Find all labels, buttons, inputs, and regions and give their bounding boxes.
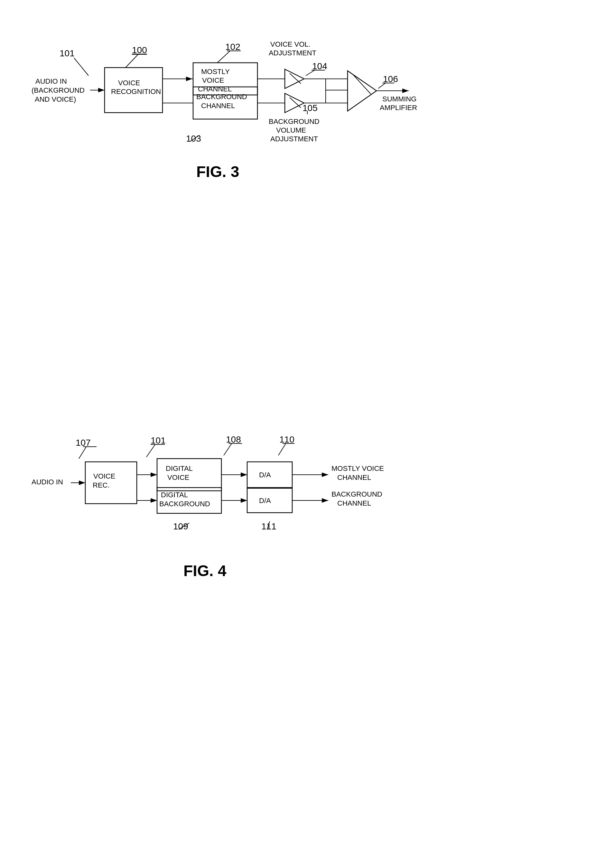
bg-channel-fig4-text1: BACKGROUND bbox=[331, 490, 382, 498]
digital-voice-text1: DIGITAL bbox=[166, 464, 193, 473]
page: 101 AUDIO IN (BACKGROUND AND VOICE) 100 … bbox=[0, 0, 615, 868]
svg-line-11 bbox=[290, 73, 301, 84]
ref-106-label: 106 bbox=[383, 74, 398, 84]
fig4-diagram: 107 AUDIO IN VOICE REC. 101 108 DIGITAL … bbox=[26, 412, 589, 637]
fig3-diagram: 101 AUDIO IN (BACKGROUND AND VOICE) 100 … bbox=[26, 19, 589, 219]
bg-channel-fig4-text2: CHANNEL bbox=[337, 499, 371, 507]
svg-line-3 bbox=[125, 54, 138, 67]
audio-in-label3: AND VOICE) bbox=[35, 95, 76, 103]
svg-line-17 bbox=[290, 97, 301, 108]
da-bottom-text: D/A bbox=[259, 496, 271, 505]
svg-line-9 bbox=[306, 70, 315, 76]
audio-in-fig4: AUDIO IN bbox=[31, 478, 63, 486]
audio-in-label: AUDIO IN bbox=[35, 77, 67, 85]
voice-rec-text2: RECOGNITION bbox=[111, 87, 161, 95]
mostly-voice-text2: VOICE bbox=[202, 76, 224, 84]
svg-line-5 bbox=[217, 51, 230, 63]
digital-voice-text2: VOICE bbox=[167, 473, 189, 481]
svg-line-30 bbox=[378, 83, 386, 89]
digital-bg-text2: BACKGROUND bbox=[159, 500, 210, 508]
summing-amp-text1: SUMMING bbox=[382, 95, 417, 103]
voice-vol-text1: VOICE VOL. bbox=[270, 40, 311, 48]
mostly-voice-text1: MOSTLY bbox=[201, 67, 230, 76]
voice-rec-text1-fig4: VOICE bbox=[93, 472, 115, 480]
ref-104-label: 104 bbox=[312, 61, 327, 71]
voice-amp-triangle bbox=[285, 69, 304, 89]
bg-amp-triangle bbox=[285, 93, 304, 112]
ref-111-label: 111 bbox=[261, 521, 276, 531]
mostly-voice-channel-fig4: MOSTLY VOICE bbox=[331, 464, 384, 473]
bg-channel-text2: CHANNEL bbox=[201, 102, 235, 110]
voice-vol-text2: ADJUSTMENT bbox=[269, 49, 316, 57]
voice-rec-text2-fig4: REC. bbox=[93, 481, 110, 489]
audio-in-label2: (BACKGROUND bbox=[31, 86, 85, 94]
fig4-title: FIG. 4 bbox=[183, 562, 226, 579]
voice-rec-text1: VOICE bbox=[118, 79, 140, 87]
bg-vol-text3: ADJUSTMENT bbox=[270, 135, 318, 143]
da-top-text: D/A bbox=[259, 471, 271, 479]
summing-amp-triangle bbox=[348, 71, 376, 111]
svg-line-35 bbox=[79, 447, 86, 459]
fig3-title: FIG. 3 bbox=[196, 163, 239, 180]
svg-line-38 bbox=[147, 445, 155, 457]
ref-103-label: 103 bbox=[186, 134, 201, 144]
ref-102-label: 102 bbox=[225, 42, 240, 52]
ref-108-label: 108 bbox=[226, 434, 241, 445]
svg-line-44 bbox=[278, 443, 286, 456]
svg-line-28 bbox=[353, 75, 371, 94]
ref-109-label: 109 bbox=[173, 521, 188, 531]
bg-channel-text1: BACKGROUND bbox=[196, 93, 247, 101]
ref-110-label: 110 bbox=[279, 434, 295, 445]
mostly-voice-channel2-fig4: CHANNEL bbox=[337, 473, 371, 481]
bg-vol-text2: VOLUME bbox=[276, 126, 306, 134]
ref-101-label: 101 bbox=[59, 48, 75, 58]
bg-vol-text1: BACKGROUND bbox=[269, 117, 320, 125]
digital-bg-text1: DIGITAL bbox=[161, 491, 188, 499]
ref-107-label: 107 bbox=[76, 438, 91, 448]
ref-101-fig4: 101 bbox=[151, 436, 166, 445]
ref-105-label: 105 bbox=[303, 103, 318, 113]
svg-line-41 bbox=[224, 443, 232, 456]
ref-100-label: 100 bbox=[132, 45, 147, 55]
mostly-voice-text3: CHANNEL bbox=[198, 85, 232, 93]
summing-amp-text2: AMPLIFIER bbox=[380, 104, 417, 112]
svg-line-0 bbox=[74, 58, 89, 76]
